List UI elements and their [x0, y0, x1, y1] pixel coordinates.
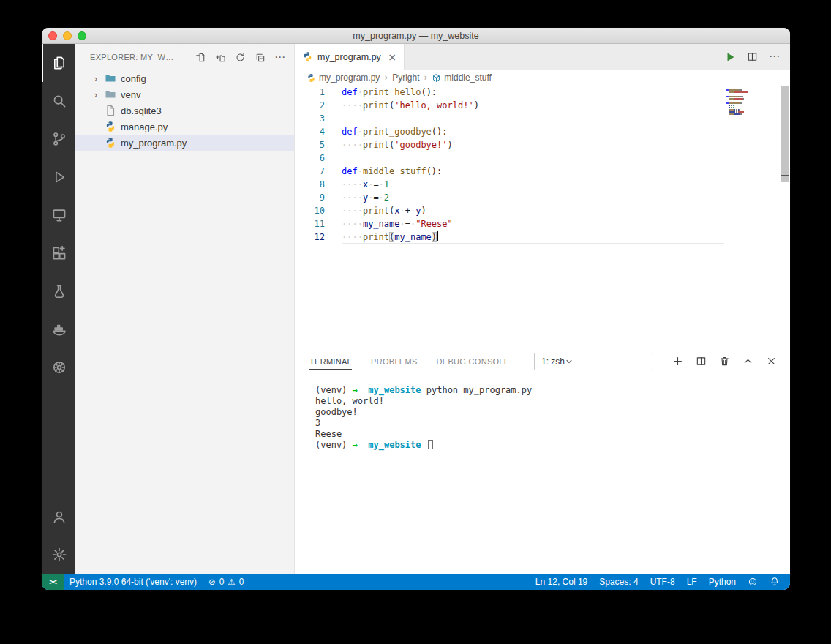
- folder-icon: [105, 72, 116, 84]
- terminal-shell-select[interactable]: 1: zsh: [534, 353, 653, 370]
- chevron-right-icon: ›: [90, 73, 102, 84]
- code-line[interactable]: 3: [295, 112, 790, 125]
- line-number: 11: [295, 217, 325, 231]
- breadcrumb-file[interactable]: my_program.py: [307, 72, 380, 83]
- code-line[interactable]: 10····print(x·+·y): [295, 204, 790, 217]
- code-line[interactable]: 1def·print_hello():: [295, 86, 790, 99]
- symbol-cube-icon: [432, 73, 441, 83]
- python-icon: [105, 121, 116, 132]
- activity-testing[interactable]: [42, 272, 75, 310]
- activity-settings[interactable]: [42, 536, 75, 574]
- activity-plugin[interactable]: [42, 348, 75, 386]
- terminal-line: 3: [315, 418, 790, 429]
- run-file-button[interactable]: [724, 51, 736, 63]
- remote-indicator[interactable]: ><: [42, 574, 64, 590]
- refresh-icon[interactable]: [235, 52, 246, 63]
- search-icon: [51, 93, 67, 109]
- terminal-line: hello, world!: [315, 396, 790, 407]
- tree-item-label: my_program.py: [121, 138, 187, 149]
- tab-terminal[interactable]: TERMINAL: [309, 353, 352, 370]
- tree-item-manage-py[interactable]: manage.py: [75, 119, 294, 135]
- activity-remote-explorer[interactable]: [42, 196, 75, 234]
- docker-whale-icon: [51, 321, 67, 337]
- extensions-icon: [51, 245, 67, 261]
- activity-accounts[interactable]: [42, 498, 75, 536]
- minimap-line: [726, 113, 774, 115]
- zoom-window-button[interactable]: [78, 31, 86, 40]
- code-text: def·print_goodbye():: [342, 125, 724, 138]
- minimize-window-button[interactable]: [63, 31, 72, 40]
- breadcrumb-symbol[interactable]: middle_stuff: [432, 72, 491, 83]
- new-terminal-icon[interactable]: [672, 356, 683, 367]
- activity-run-debug[interactable]: [42, 158, 75, 196]
- line-number: 2: [295, 99, 325, 112]
- code-line[interactable]: 7def·middle_stuff():: [295, 165, 790, 178]
- minimap-line: [726, 100, 774, 102]
- terminal-line: (venv) → my_website python my_program.py: [315, 385, 790, 396]
- python-interpreter-status[interactable]: Python 3.9.0 64-bit ('venv': venv): [64, 574, 203, 590]
- gear-circle-icon: [51, 359, 67, 375]
- code-line[interactable]: 4def·print_goodbye():: [295, 125, 790, 138]
- minimap-line: [726, 94, 774, 95]
- maximize-panel-chevron-up-icon[interactable]: [742, 356, 753, 367]
- code-text: def·middle_stuff():: [342, 165, 724, 178]
- close-panel-icon[interactable]: [766, 356, 777, 367]
- tree-item-config[interactable]: › config: [75, 70, 294, 86]
- encoding-status[interactable]: UTF-8: [644, 574, 681, 590]
- indentation-status[interactable]: Spaces: 4: [593, 574, 644, 590]
- code-line[interactable]: 5····print('goodbye!'): [295, 138, 790, 151]
- code-editor[interactable]: 1def·print_hello():2····print('hello, wo…: [295, 86, 790, 348]
- explorer-header: EXPLORER: MY_W… ⋯: [75, 44, 294, 70]
- new-file-button[interactable]: [195, 52, 206, 63]
- line-number: 3: [295, 112, 325, 125]
- editor-more-actions-icon[interactable]: ⋯: [769, 51, 780, 62]
- close-tab-icon[interactable]: ×: [388, 52, 396, 62]
- split-terminal-icon[interactable]: [696, 356, 707, 367]
- feedback-smiley-icon[interactable]: [742, 574, 764, 590]
- eol-status[interactable]: LF: [681, 574, 703, 590]
- problems-status[interactable]: ⊘ 0 ⚠ 0: [203, 574, 249, 590]
- new-folder-button[interactable]: [215, 52, 226, 63]
- breadcrumb-separator: ›: [384, 72, 388, 83]
- tree-item-my-program-py[interactable]: my_program.py: [75, 135, 294, 151]
- language-mode-status[interactable]: Python: [703, 574, 742, 590]
- tab-bar: my_program.py × ⋯: [295, 44, 790, 70]
- tab-debug-console[interactable]: DEBUG CONSOLE: [437, 353, 510, 370]
- code-line[interactable]: 8····x·=·1: [295, 178, 790, 191]
- scrollbar-thumb[interactable]: [781, 86, 789, 182]
- breadcrumb-pyright[interactable]: Pyright: [392, 72, 419, 83]
- text-cursor: [437, 231, 438, 242]
- notifications-bell-icon[interactable]: [764, 574, 786, 590]
- minimap-line: [726, 96, 774, 97]
- error-count: 0: [219, 577, 225, 587]
- minimap[interactable]: [726, 89, 774, 116]
- status-bar: >< Python 3.9.0 64-bit ('venv': venv) ⊘ …: [42, 574, 790, 590]
- more-actions-icon[interactable]: ⋯: [274, 52, 285, 63]
- code-line[interactable]: 2····print('hello, world!'): [295, 99, 790, 112]
- tree-item-label: manage.py: [121, 121, 168, 132]
- code-text: ····print('hello, world!'): [342, 99, 724, 112]
- kill-terminal-trash-icon[interactable]: [719, 356, 730, 367]
- activity-extensions[interactable]: [42, 234, 75, 272]
- tab-problems[interactable]: PROBLEMS: [371, 353, 418, 370]
- activity-search[interactable]: [42, 82, 75, 120]
- code-line[interactable]: 9····y·=·2: [295, 191, 790, 204]
- tab-my-program-py[interactable]: my_program.py ×: [295, 44, 405, 70]
- activity-explorer[interactable]: [42, 44, 75, 82]
- split-editor-icon[interactable]: [747, 51, 758, 62]
- cursor-position-status[interactable]: Ln 12, Col 19: [530, 574, 593, 590]
- terminal-output[interactable]: (venv) → my_website python my_program.py…: [295, 374, 790, 574]
- files-icon: [51, 55, 67, 71]
- code-text: [342, 151, 724, 165]
- close-window-button[interactable]: [48, 31, 57, 40]
- activity-source-control[interactable]: [42, 120, 75, 158]
- collapse-folders-icon[interactable]: [255, 52, 266, 63]
- run-debug-icon: [51, 169, 67, 185]
- code-line[interactable]: 12····print(my_name): [295, 231, 790, 244]
- code-line[interactable]: 6: [295, 151, 790, 165]
- tree-item-venv[interactable]: › venv: [75, 86, 294, 102]
- panel-header: TERMINAL PROBLEMS DEBUG CONSOLE 1: zsh: [295, 348, 790, 374]
- code-line[interactable]: 11····my_name·=·"Reese": [295, 217, 790, 231]
- activity-docker[interactable]: [42, 310, 75, 348]
- tree-item-db-sqlite3[interactable]: db.sqlite3: [75, 102, 294, 119]
